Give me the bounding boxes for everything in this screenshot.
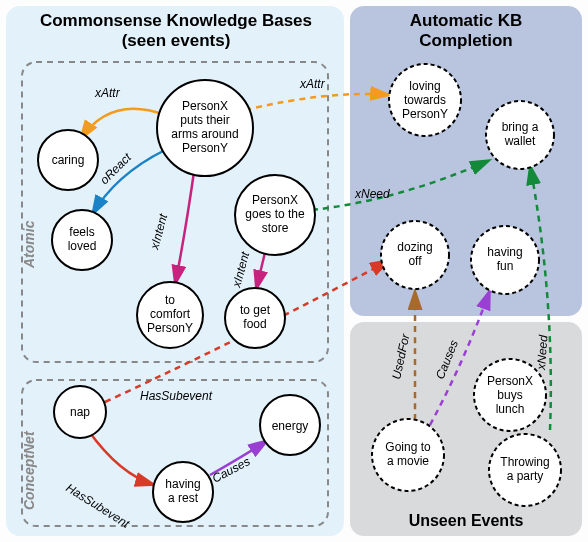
node-getfood-l2: food [243, 317, 266, 331]
node-lunch: PersonX buys lunch [474, 359, 546, 431]
node-lunch-l2: buys [497, 388, 522, 402]
node-fun-l1: having [487, 245, 522, 259]
unseen-title: Unseen Events [409, 512, 524, 529]
node-lunch-l1: PersonX [487, 374, 533, 388]
node-wallet-l1: bring a [502, 120, 539, 134]
lbl-hassub-2: HasSubevent [140, 389, 213, 403]
node-wallet: bring a wallet [486, 101, 554, 169]
node-getfood: to get food [225, 288, 285, 348]
node-hug: PersonX puts their arms around PersonY [157, 80, 253, 176]
kb-title-2: (seen events) [122, 31, 231, 50]
node-hug-l3: arms around [171, 127, 238, 141]
node-energy-t: energy [272, 419, 309, 433]
lbl-xneed-2: xNeed [534, 334, 550, 371]
completion-title-2: Completion [419, 31, 513, 50]
kb-title-1: Commonsense Knowledge Bases [40, 11, 312, 30]
node-wallet-l2: wallet [504, 134, 536, 148]
node-rest-l2: a rest [168, 491, 199, 505]
node-loving-l1: loving [409, 79, 440, 93]
node-rest-l1: having [165, 477, 200, 491]
node-store-l3: store [262, 221, 289, 235]
node-comfort-l1: to [165, 293, 175, 307]
node-nap-t: nap [70, 405, 90, 419]
lbl-xattr-1: xAttr [94, 86, 121, 100]
node-loving-l3: PersonY [402, 107, 448, 121]
node-party: Throwing a party [489, 434, 561, 506]
node-feels-l1: feels [69, 225, 94, 239]
node-getfood-l1: to get [240, 303, 271, 317]
node-store-l2: goes to the [245, 207, 305, 221]
node-dozing-l1: dozing [397, 240, 432, 254]
node-hug-l2: puts their [180, 113, 229, 127]
node-party-l1: Throwing [500, 455, 549, 469]
conceptnet-label: ConceptNet [21, 430, 37, 510]
completion-title-1: Automatic KB [410, 11, 522, 30]
node-nap: nap [54, 386, 106, 438]
kb-panel [6, 6, 344, 536]
node-feels-loved: feels loved [52, 210, 112, 270]
node-fun-l2: fun [497, 259, 514, 273]
node-comfort: to comfort PersonY [137, 282, 203, 348]
node-party-l2: a party [507, 469, 544, 483]
node-comfort-l3: PersonY [147, 321, 193, 335]
node-rest: having a rest [153, 462, 213, 522]
node-loving-l2: towards [404, 93, 446, 107]
node-caring: caring [38, 130, 98, 190]
node-dozing: dozing off [381, 221, 449, 289]
node-caring-t: caring [52, 153, 85, 167]
lbl-xattr-2: xAttr [299, 77, 326, 91]
node-feels-l2: loved [68, 239, 97, 253]
node-movie-l2: a movie [387, 454, 429, 468]
node-hug-l1: PersonX [182, 99, 228, 113]
node-hug-l4: PersonY [182, 141, 228, 155]
node-energy: energy [260, 395, 320, 455]
node-fun: having fun [471, 226, 539, 294]
node-comfort-l2: comfort [150, 307, 191, 321]
atomic-label: Atomic [21, 220, 37, 269]
node-movie: Going to a movie [372, 419, 444, 491]
node-loving: loving towards PersonY [389, 64, 461, 136]
lbl-xneed-1: xNeed [354, 187, 390, 201]
node-movie-l1: Going to [385, 440, 431, 454]
node-dozing-l2: off [408, 254, 422, 268]
node-store-l1: PersonX [252, 193, 298, 207]
node-lunch-l3: lunch [496, 402, 525, 416]
node-store: PersonX goes to the store [235, 175, 315, 255]
